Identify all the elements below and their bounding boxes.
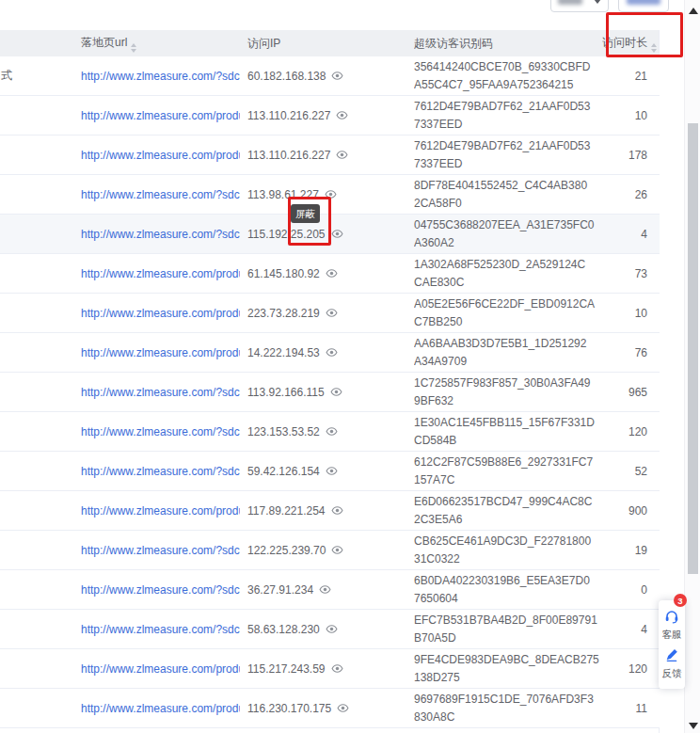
visit-duration-value: 76 [602,346,659,359]
row-prefix-text: 式 [0,68,56,84]
column-header-label: 访问IP [247,37,280,50]
landing-url-link[interactable]: http://www.zlmeasure.com/products/li... [81,702,240,715]
visitor-code-value: A05E2E56F6CE22DF_EBD0912CA C7BB250 [414,295,602,331]
table-row: http://www.zlmeasure.com/?sdclkid=A... 3… [0,570,660,610]
eye-block-icon[interactable] [331,70,343,82]
visit-duration-value: 4 [602,228,659,241]
landing-url-link[interactable]: http://www.zlmeasure.com/?sdclkid=A... [81,425,240,438]
scrollbar-thumb[interactable] [688,123,698,574]
landing-url-link[interactable]: http://www.zlmeasure.com/products/6... [81,346,240,359]
sort-icon[interactable] [651,43,657,53]
visitor-code-value: 8DF78E4041552452_C4C4AB380 2CA58F0 [414,177,602,213]
visit-ip-value: 115.217.243.59 [247,662,326,676]
visitor-code-value: 6B0DA402230319B6_E5EA3E7D0 7650604 [414,572,602,608]
sort-icon[interactable] [131,43,136,53]
landing-url-link[interactable]: http://www.zlmeasure.com/products/li... [81,307,240,320]
triangle-down-icon [689,723,698,729]
visit-ip-value: 117.89.221.254 [247,504,326,518]
table-row: http://www.zlmeasure.com/?sdclkid=b... 5… [0,452,660,491]
landing-url-link[interactable]: http://www.zlmeasure.com/?sdclkid=A... [81,228,240,241]
service-widget: 客服 反馈 [659,600,685,689]
column-header-visit-duration[interactable]: 访问时长 [602,35,659,53]
landing-url-link[interactable]: http://www.zlmeasure.com/?sdclkid=b... [81,465,240,478]
eye-block-icon[interactable] [326,425,338,438]
feedback-button[interactable]: 反馈 [662,647,682,680]
eye-block-icon[interactable] [326,623,338,635]
toolbar [0,0,700,30]
table-row: http://www.zlmeasure.com/?sdclkid=A... 1… [0,373,660,412]
redacted-dropdown[interactable] [550,0,609,12]
customer-service-button[interactable]: 客服 [662,609,682,642]
eye-block-icon[interactable] [336,109,348,121]
visitor-code-value: 1A302A68F525230D_2A529124C CAE830C [414,256,602,292]
scrollbar-up-button[interactable] [688,6,698,15]
column-header-label: 落地页url [81,36,127,49]
table-row: 式 http://www.zlmeasure.com/?sdclkid=A...… [0,56,660,96]
visit-duration-value: 21 [602,70,659,83]
redacted-button[interactable] [618,0,669,12]
feedback-label: 反馈 [662,667,682,680]
visit-ip-value: 122.225.239.70 [247,544,326,557]
landing-url-link[interactable]: http://www.zlmeasure.com/products/li... [81,267,240,280]
vertical-scrollbar[interactable] [684,0,700,733]
landing-url-link[interactable]: http://www.zlmeasure.com/products/li... [81,149,240,162]
table-header-row: 落地页url 访问IP 超级访客识别码 访问时长 [0,30,659,56]
visit-duration-value: 19 [602,544,659,557]
eye-block-icon[interactable] [336,149,348,161]
visitor-code-value: 7612D4E79BAD7F62_21AAF0D53 7337EED [414,137,602,173]
visit-duration-value: 10 [602,307,659,320]
eye-block-icon[interactable] [331,504,343,517]
eye-block-icon[interactable] [337,702,349,714]
table-body: 式 http://www.zlmeasure.com/?sdclkid=A...… [0,56,660,733]
eye-block-icon[interactable] [331,544,343,556]
table-row: http://www.zlmeasure.com/products/li... … [0,135,660,175]
table-row: http://www.zlmeasure.com/products/6... 1… [0,333,660,373]
table-row: http://www.zlmeasure.com/?sdclkid=A... 1… [0,412,660,452]
visit-duration-value: 4 [602,623,659,636]
landing-url-link[interactable]: http://www.zlmeasure.com/?sdclkid=A... [81,544,240,557]
table-row: http://www.zlmeasure.com/?sdclkid=A... 1… [0,531,660,570]
visitor-code-value: 612C2F87C59B88E6_2927331FC7 157A7C [414,454,602,489]
visit-ip-value: 123.153.53.52 [247,425,320,438]
eye-block-icon[interactable] [330,386,342,398]
column-header-landing-url[interactable]: 落地页url [56,35,240,53]
landing-url-link[interactable]: http://www.zlmeasure.com/products/li... [81,662,240,676]
visit-ip-value: 14.222.194.53 [247,346,320,359]
eye-block-icon[interactable] [326,307,338,319]
visitor-code-value: E6D06623517BCD47_999C4AC8C 2C3E5A6 [414,493,602,529]
page: 落地页url 访问IP 超级访客识别码 访问时长 式 http://www.zl… [0,0,700,733]
landing-url-link[interactable]: http://www.zlmeasure.com/?sdclkid=A... [81,188,240,201]
table-row: http://www.zlmeasure.com/?sdclkid=A... 1… [0,175,660,215]
table-row: http://www.zlmeasure.com/products/7... 1… [0,491,660,531]
column-header-visitor-code: 超级访客识别码 [414,36,602,52]
visit-duration-value: 120 [602,425,659,438]
landing-url-link[interactable]: http://www.zlmeasure.com/products/7... [81,504,240,518]
visit-duration-value: 965 [602,386,659,399]
headset-icon [664,609,679,627]
visitor-code-value: 9FE4CDE983DEA9BC_8DEACB275 138D275 [414,651,602,687]
notification-badge: 3 [674,594,687,607]
eye-block-icon[interactable] [331,662,343,675]
visitor-code-value: EFC7B531B7BA4B2D_8F00E89791 B70A5D [414,612,602,647]
eye-block-icon[interactable] [326,465,338,477]
landing-url-link[interactable]: http://www.zlmeasure.com/?sdclkid=b... [81,623,240,636]
visit-ip-value: 115.192.25.205 [247,228,326,241]
visit-ip-value: 58.63.128.230 [247,623,320,636]
table-row: http://www.zlmeasure.com/products/li... … [0,649,660,689]
scrollbar-down-button[interactable] [688,721,698,730]
visit-duration-value: 900 [602,504,659,518]
visitor-code-value: 356414240CBCE70B_69330CBFD A55C4C7_95FAA… [414,58,602,94]
landing-url-link[interactable]: http://www.zlmeasure.com/?sdclkid=A... [81,583,240,597]
landing-url-link[interactable]: http://www.zlmeasure.com/?sdclkid=A... [81,386,240,399]
eye-block-icon[interactable] [326,346,338,359]
eye-block-icon[interactable] [325,188,337,200]
block-tooltip: 屏蔽 [291,204,320,223]
visit-duration-value: 26 [602,188,659,201]
eye-block-icon[interactable] [326,267,338,279]
eye-block-icon[interactable] [331,228,343,240]
column-header-label: 超级访客识别码 [414,37,493,50]
landing-url-link[interactable]: http://www.zlmeasure.com/products/li... [81,109,240,122]
landing-url-link[interactable]: http://www.zlmeasure.com/?sdclkid=A... [81,70,240,83]
eye-block-icon[interactable] [319,583,331,596]
visitor-code-value: AA6BAAB3D3D7E5B1_1D251292 A34A9709 [414,335,602,371]
